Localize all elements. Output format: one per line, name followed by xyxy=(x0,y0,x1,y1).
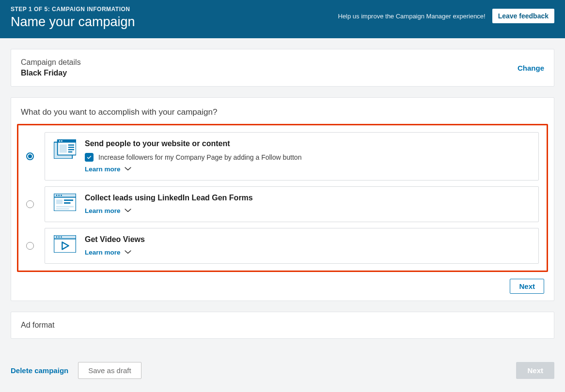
objective-card-video[interactable]: Get Video Views Learn more xyxy=(45,228,539,264)
page-title: Name your campaign xyxy=(11,15,135,30)
svg-rect-9 xyxy=(68,151,73,152)
svg-rect-8 xyxy=(68,149,74,150)
radio-leads[interactable] xyxy=(26,200,34,208)
campaign-details-text: Campaign details Black Friday xyxy=(21,58,81,77)
header-right: Help us improve the Campaign Manager exp… xyxy=(338,9,554,23)
svg-point-13 xyxy=(58,195,60,196)
objective-option-website[interactable]: Send people to your website or content I… xyxy=(18,129,547,183)
objective-card-leads[interactable]: Collect leads using LinkedIn Lead Gen Fo… xyxy=(45,186,539,222)
page-footer: Delete campaign Save as draft Next xyxy=(0,360,565,385)
learn-more-website[interactable]: Learn more xyxy=(85,166,131,173)
chevron-down-icon xyxy=(125,249,131,256)
chevron-down-icon xyxy=(125,166,131,173)
svg-rect-19 xyxy=(56,209,69,210)
campaign-details-label: Campaign details xyxy=(21,58,81,67)
learn-more-label: Learn more xyxy=(85,166,121,173)
ad-format-label: Ad format xyxy=(21,321,54,329)
campaign-name: Black Friday xyxy=(21,69,81,77)
svg-point-4 xyxy=(61,140,63,142)
ad-format-card[interactable]: Ad format xyxy=(11,312,554,339)
page-header: STEP 1 OF 5: CAMPAIGN INFORMATION Name y… xyxy=(0,0,565,38)
objective-title-video: Get Video Views xyxy=(85,235,145,244)
objective-question: What do you want to accomplish with your… xyxy=(11,98,554,124)
svg-point-22 xyxy=(56,237,58,238)
objective-highlight: Send people to your website or content I… xyxy=(17,124,548,272)
learn-more-video[interactable]: Learn more xyxy=(85,249,131,256)
video-icon xyxy=(54,235,76,255)
radio-video[interactable] xyxy=(26,242,34,250)
chevron-down-icon xyxy=(125,207,131,214)
objective-card-website[interactable]: Send people to your website or content I… xyxy=(45,132,539,181)
svg-point-3 xyxy=(59,140,61,142)
svg-point-14 xyxy=(61,195,62,196)
learn-more-leads[interactable]: Learn more xyxy=(85,207,131,214)
svg-rect-16 xyxy=(64,200,73,201)
objective-option-video[interactable]: Get Video Views Learn more xyxy=(18,225,547,267)
objective-title-leads: Collect leads using LinkedIn Lead Gen Fo… xyxy=(85,194,253,202)
objective-title-website: Send people to your website or content xyxy=(85,139,301,148)
svg-rect-18 xyxy=(56,206,74,208)
objective-next-button[interactable]: Next xyxy=(510,279,544,294)
follow-text: Increase followers for my Company Page b… xyxy=(98,153,301,162)
website-icon xyxy=(54,139,76,161)
header-help-text: Help us improve the Campaign Manager exp… xyxy=(338,13,485,20)
radio-website[interactable] xyxy=(26,152,34,160)
delete-campaign-link[interactable]: Delete campaign xyxy=(11,366,68,375)
save-as-draft-button[interactable]: Save as draft xyxy=(78,362,141,379)
svg-point-12 xyxy=(56,195,58,196)
campaign-details-card: Campaign details Black Friday Change xyxy=(11,49,554,87)
svg-rect-6 xyxy=(68,144,74,145)
svg-point-24 xyxy=(61,237,62,238)
svg-point-23 xyxy=(58,237,60,238)
learn-more-label: Learn more xyxy=(85,249,121,256)
follow-checkbox[interactable] xyxy=(85,153,94,162)
leadgen-icon xyxy=(54,194,76,213)
leave-feedback-button[interactable]: Leave feedback xyxy=(492,9,554,23)
change-campaign-link[interactable]: Change xyxy=(518,64,544,72)
objective-card: What do you want to accomplish with your… xyxy=(11,97,554,301)
footer-next-button[interactable]: Next xyxy=(516,362,554,379)
learn-more-label: Learn more xyxy=(85,207,121,214)
svg-rect-5 xyxy=(60,144,67,152)
header-left: STEP 1 OF 5: CAMPAIGN INFORMATION Name y… xyxy=(11,6,135,30)
svg-rect-15 xyxy=(56,200,63,204)
svg-rect-17 xyxy=(64,202,70,204)
svg-rect-7 xyxy=(68,147,74,148)
objective-option-leads[interactable]: Collect leads using LinkedIn Lead Gen Fo… xyxy=(18,183,547,225)
step-label: STEP 1 OF 5: CAMPAIGN INFORMATION xyxy=(11,6,135,13)
